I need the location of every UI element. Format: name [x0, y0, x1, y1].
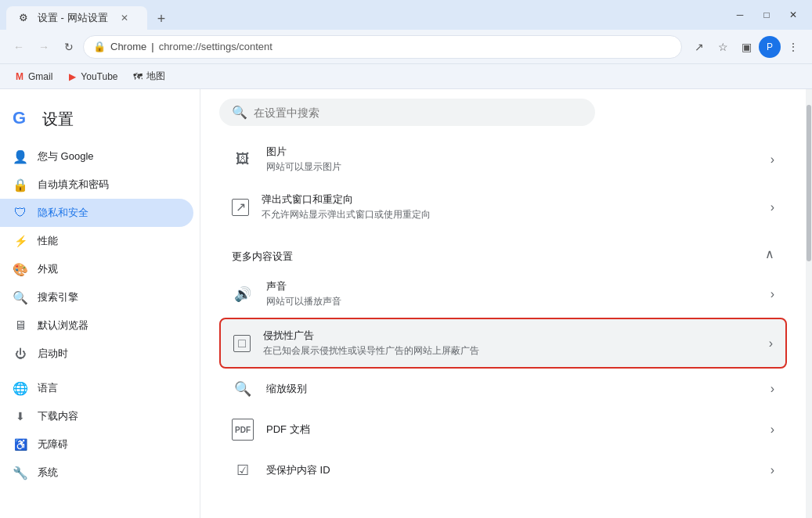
pdf-icon: PDF	[232, 419, 254, 441]
setting-row-intrusive-ads[interactable]: □ 侵扰性广告 在已知会展示侵扰性或误导性广告的网站上屏蔽广告 ›	[219, 318, 787, 369]
sidebar-item-appearance[interactable]: 🎨 外观	[0, 255, 193, 283]
sound-desc: 网站可以播放声音	[266, 295, 758, 308]
sidebar: G 设置 👤 您与 Google 🔒 自动填充和密码 🛡 隐私和安全 ⚡ 性能	[0, 89, 200, 518]
ads-arrow: ›	[769, 336, 773, 351]
settings-search-input[interactable]	[254, 106, 583, 119]
nav-actions: ↗ ☆ ▣ P ⋮	[688, 36, 804, 58]
appearance-icon: 🎨	[13, 261, 28, 277]
sidebar-label-language: 语言	[38, 381, 58, 395]
title-bar: ⚙ 设置 - 网站设置 ✕ + ─ □ ✕	[0, 0, 812, 30]
bookmark-gmail[interactable]: M Gmail	[8, 70, 59, 84]
pdf-text: PDF 文档	[266, 423, 758, 437]
tab-close-button[interactable]: ✕	[117, 11, 132, 25]
tab-title: 设置 - 网站设置	[38, 11, 108, 25]
nav-bar: ← → ↻ 🔒 Chrome | chrome://settings/conte…	[0, 30, 812, 64]
images-desc: 网站可以显示图片	[266, 160, 758, 174]
downloads-icon: ⬇	[13, 408, 28, 424]
sidebar-item-system[interactable]: 🔧 系统	[0, 459, 193, 487]
settings-header: G 设置	[0, 102, 200, 142]
zoom-arrow: ›	[770, 382, 774, 396]
sidebar-item-autofill[interactable]: 🔒 自动填充和密码	[0, 171, 193, 199]
profile-button[interactable]: P	[759, 36, 781, 58]
address-separator: |	[151, 41, 153, 52]
new-tab-button[interactable]: +	[150, 8, 172, 30]
popups-text: 弹出式窗口和重定向 不允许网站显示弹出式窗口或使用重定向	[262, 192, 758, 221]
sidebar-label-search: 搜索引擎	[38, 290, 78, 304]
forward-button[interactable]: →	[33, 36, 55, 58]
sound-arrow: ›	[770, 287, 774, 301]
scrollbar-area	[806, 89, 812, 518]
sidebar-item-privacy[interactable]: 🛡 隐私和安全	[0, 199, 193, 227]
bookmark-button[interactable]: ☆	[712, 36, 734, 58]
scrollbar-thumb[interactable]	[807, 105, 811, 261]
sidebar-label-autofill: 自动填充和密码	[38, 178, 109, 192]
bookmark-youtube[interactable]: ▶ YouTube	[60, 70, 124, 84]
close-button[interactable]: ✕	[781, 5, 806, 24]
sound-icon: 🔊	[232, 283, 254, 305]
sidebar-item-performance[interactable]: ⚡ 性能	[0, 227, 193, 255]
popups-arrow: ›	[770, 200, 774, 214]
reload-button[interactable]: ↻	[58, 36, 80, 58]
performance-icon: ⚡	[13, 233, 28, 249]
popups-icon: ↗	[232, 199, 249, 216]
minimize-button[interactable]: ─	[727, 5, 752, 24]
main-content: G 设置 👤 您与 Google 🔒 自动填充和密码 🛡 隐私和安全 ⚡ 性能	[0, 89, 812, 518]
images-icon: 🖼	[232, 149, 254, 171]
maximize-button[interactable]: □	[754, 5, 779, 24]
ads-title: 侵扰性广告	[263, 329, 756, 343]
sidebar-item-accessibility[interactable]: ♿ 无障碍	[0, 430, 193, 459]
ads-desc: 在已知会展示侵扰性或误导性广告的网站上屏蔽广告	[263, 344, 756, 358]
content-settings-section: 🖼 图片 网站可以显示图片 › ↗ 弹出式窗口和重定向 不允许网站显示弹出式窗口…	[200, 135, 806, 491]
back-button[interactable]: ←	[8, 36, 30, 58]
protected-content-text: 受保护内容 ID	[266, 463, 758, 477]
setting-row-images[interactable]: 🖼 图片 网站可以显示图片 ›	[219, 135, 787, 183]
window-controls: ─ □ ✕	[727, 5, 806, 24]
protected-content-title: 受保护内容 ID	[266, 463, 758, 477]
active-tab[interactable]: ⚙ 设置 - 网站设置 ✕	[6, 6, 147, 30]
tab-area: ⚙ 设置 - 网站设置 ✕ +	[6, 0, 172, 30]
setting-row-protected-content[interactable]: ☑ 受保护内容 ID ›	[219, 450, 787, 491]
share-button[interactable]: ↗	[688, 36, 710, 58]
setting-row-zoom[interactable]: 🔍 缩放级别 ›	[219, 369, 787, 409]
setting-row-popups[interactable]: ↗ 弹出式窗口和重定向 不允许网站显示弹出式窗口或使用重定向 ›	[219, 183, 787, 231]
tab-favicon: ⚙	[19, 12, 31, 24]
setting-row-pdf[interactable]: PDF PDF 文档 ›	[219, 409, 787, 450]
bookmarks-bar: M Gmail ▶ YouTube 🗺 地图	[0, 64, 812, 89]
sidebar-label-accessibility: 无障碍	[38, 437, 68, 451]
secure-icon: 🔒	[93, 41, 106, 52]
google-logo-icon: G	[13, 108, 34, 130]
settings-search-box[interactable]: 🔍	[219, 99, 595, 126]
sidebar-label-google-account: 您与 Google	[38, 149, 94, 164]
extension-button[interactable]: ▣	[735, 36, 757, 58]
bookmark-maps[interactable]: 🗺 地图	[126, 68, 171, 85]
sidebar-item-default-browser[interactable]: 🖥 默认浏览器	[0, 311, 193, 340]
gmail-icon: M	[14, 71, 25, 82]
sidebar-item-search[interactable]: 🔍 搜索引擎	[0, 283, 193, 311]
window-frame: ⚙ 设置 - 网站设置 ✕ + ─ □ ✕ ← → ↻ 🔒 Chrome | c…	[0, 0, 812, 518]
google-account-icon: 👤	[13, 149, 28, 164]
sidebar-item-startup[interactable]: ⏻ 启动时	[0, 340, 193, 368]
youtube-icon: ▶	[67, 71, 78, 82]
protected-content-arrow: ›	[770, 463, 774, 477]
maps-icon: 🗺	[132, 71, 143, 82]
settings-search-area: 🔍	[200, 89, 806, 135]
images-arrow: ›	[770, 153, 774, 167]
content-panel: 🔍 🖼 图片 网站可以显示图片 › ↗	[200, 89, 806, 518]
sidebar-label-appearance: 外观	[38, 262, 58, 276]
menu-button[interactable]: ⋮	[782, 36, 804, 58]
address-bar[interactable]: 🔒 Chrome | chrome://settings/content	[83, 35, 682, 59]
zoom-text: 缩放级别	[266, 382, 758, 396]
more-settings-title: 更多内容设置	[232, 240, 293, 267]
system-icon: 🔧	[13, 465, 28, 480]
sidebar-label-system: 系统	[38, 466, 58, 480]
bookmark-maps-label: 地图	[146, 70, 165, 83]
sidebar-item-google-account[interactable]: 👤 您与 Google	[0, 142, 193, 171]
bookmark-gmail-label: Gmail	[28, 71, 52, 82]
more-settings-collapse[interactable]: ∧	[765, 246, 774, 261]
search-box-icon: 🔍	[232, 105, 247, 120]
sidebar-item-downloads[interactable]: ⬇ 下载内容	[0, 402, 193, 430]
sidebar-item-language[interactable]: 🌐 语言	[0, 374, 193, 402]
address-brand: Chrome	[110, 41, 146, 52]
setting-row-sound[interactable]: 🔊 声音 网站可以播放声音 ›	[219, 270, 787, 318]
popups-title: 弹出式窗口和重定向	[262, 192, 758, 207]
